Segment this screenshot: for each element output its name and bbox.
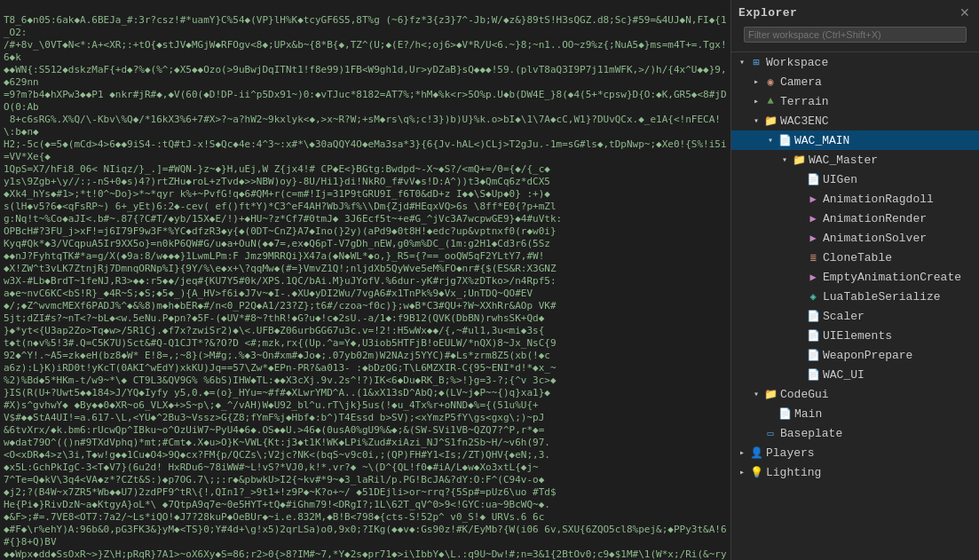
script-icon: 📄 <box>778 133 792 147</box>
tree-label-animationsolver: AnimationSolver <box>823 232 927 245</box>
close-button[interactable]: ✕ <box>958 5 972 20</box>
script-icon: 📄 <box>806 309 820 323</box>
tree-label-scaler: Scaler <box>823 310 865 323</box>
tree-item-wac_main[interactable]: 📄WAC_MAIN <box>731 130 979 150</box>
tree-arrow[interactable] <box>749 94 763 108</box>
tree-label-players: Players <box>766 446 815 460</box>
table-icon: ≣ <box>806 250 820 264</box>
tree-label-camera: Camera <box>780 75 822 89</box>
tree-label-clonetable: CloneTable <box>823 251 892 264</box>
tree-item-emptyanimationcreate[interactable]: ▶EmptyAnimationCreate <box>731 267 979 287</box>
tree-label-wac_master: WAC_Master <box>809 154 878 167</box>
tree-label-animationrender: AnimationRender <box>823 212 927 225</box>
animation-icon: ▶ <box>806 192 820 206</box>
tree-label-baseplate: Baseplate <box>780 427 842 440</box>
tree-label-uigen: UIGen <box>823 173 857 186</box>
tree-item-codegui[interactable]: 📁CodeGui <box>731 384 979 404</box>
tree-label-wac3enc: WAC3ENC <box>780 114 829 128</box>
tree-item-camera[interactable]: ◉Camera <box>731 72 979 91</box>
tree-label-uielements: UIElements <box>823 329 892 343</box>
tree-label-main: Main <box>794 407 822 421</box>
tree-item-clonetable[interactable]: ≣CloneTable <box>731 248 979 267</box>
script-icon: 📄 <box>806 367 820 382</box>
tree-arrow[interactable] <box>763 133 778 147</box>
folder-icon: 📁 <box>763 114 778 128</box>
script-icon: 📄 <box>806 328 820 343</box>
player-icon: 👤 <box>749 446 763 460</box>
tree-label-terrain: Terrain <box>780 95 829 108</box>
tree-label-emptyanimationcreate: EmptyAnimationCreate <box>823 271 961 284</box>
animation-icon: ▶ <box>806 211 820 225</box>
tree-item-wac_master[interactable]: 📁WAC_Master <box>731 150 979 170</box>
tree-item-workspace[interactable]: ⊞Workspace <box>731 52 979 72</box>
tree-item-baseplate[interactable]: ▭Baseplate <box>731 423 979 443</box>
tree-arrow[interactable] <box>749 114 763 128</box>
tree-item-wac3enc[interactable]: 📁WAC3ENC <box>731 111 979 130</box>
script-icon: 📄 <box>806 172 820 186</box>
animation-icon: ▶ <box>806 270 820 284</box>
tree-item-uielements[interactable]: 📄UIElements <box>731 326 979 345</box>
light-icon: 💡 <box>749 465 763 479</box>
script-icon: 📄 <box>778 406 792 421</box>
tree-arrow[interactable] <box>778 153 792 167</box>
tree-item-wac_ui[interactable]: 📄WAC_UI <box>731 365 979 384</box>
baseplate-icon: ▭ <box>763 426 778 440</box>
tree-label-wac_main: WAC_MAIN <box>794 134 849 147</box>
explorer-sidebar: Explorer ✕ ⊞Workspace◉Camera▲Terrain📁WAC… <box>730 0 979 560</box>
tree-label-lighting: Lighting <box>766 466 821 479</box>
tree-arrow[interactable] <box>749 75 763 89</box>
camera-icon: ◉ <box>763 75 778 89</box>
tree-label-animationragdoll: AnimationRagdoll <box>823 193 934 206</box>
sidebar-header: Explorer ✕ <box>731 0 979 52</box>
tree-item-animationsolver[interactable]: ▶AnimationSolver <box>731 228 979 248</box>
tree-item-terrain[interactable]: ▲Terrain <box>731 91 979 111</box>
script-icon: 📄 <box>806 348 820 362</box>
tree-arrow[interactable] <box>735 446 749 460</box>
terrain-icon: ▲ <box>763 94 778 108</box>
tree-item-weaponprepare[interactable]: 📄WeaponPrepare <box>731 345 979 365</box>
tree-label-weaponprepare: WeaponPrepare <box>823 349 912 362</box>
code-editor[interactable]: T8_6◆n05:6ak◆A.6BEJa_#:3r?csz!#*uamY}C%5… <box>0 0 730 560</box>
tree-arrow[interactable] <box>735 465 749 479</box>
sidebar-title: Explorer <box>738 6 797 20</box>
tree-item-players[interactable]: 👤Players <box>731 443 979 462</box>
folder-icon: 📁 <box>792 153 806 167</box>
tree-arrow[interactable] <box>735 55 749 69</box>
tree-arrow[interactable] <box>749 387 763 401</box>
tree-item-main[interactable]: 📄Main <box>731 404 979 423</box>
tree-item-luatableserialize[interactable]: ◈LuaTableSerialize <box>731 287 979 306</box>
tree-item-lighting[interactable]: 💡Lighting <box>731 462 979 482</box>
tree-item-scaler[interactable]: 📄Scaler <box>731 306 979 326</box>
folder-icon: 📁 <box>763 387 778 401</box>
sidebar-tree: ⊞Workspace◉Camera▲Terrain📁WAC3ENC📄WAC_MA… <box>731 52 979 560</box>
filter-row <box>738 23 972 46</box>
workspace-icon: ⊞ <box>749 55 763 69</box>
lua-icon: ◈ <box>806 289 820 304</box>
tree-label-workspace: Workspace <box>766 56 828 69</box>
tree-label-luatableserialize: LuaTableSerialize <box>823 290 941 304</box>
tree-item-uigen[interactable]: 📄UIGen <box>731 170 979 189</box>
animation-icon: ▶ <box>806 231 820 245</box>
tree-label-codegui: CodeGui <box>780 388 829 401</box>
tree-label-wac_ui: WAC_UI <box>823 368 865 382</box>
tree-item-animationrender[interactable]: ▶AnimationRender <box>731 209 979 228</box>
tree-item-animationragdoll[interactable]: ▶AnimationRagdoll <box>731 189 979 209</box>
filter-input[interactable] <box>744 27 967 43</box>
